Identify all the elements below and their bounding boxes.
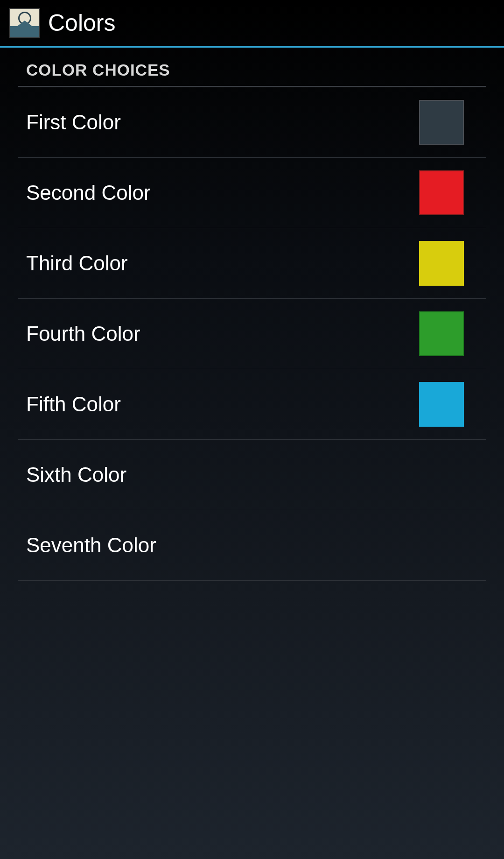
- content: COLOR CHOICES First Color Second Color T…: [0, 48, 504, 581]
- color-row-seventh[interactable]: Seventh Color: [18, 510, 486, 581]
- color-swatch-empty: [419, 452, 464, 497]
- color-row-fifth[interactable]: Fifth Color: [18, 369, 486, 440]
- color-row-first[interactable]: First Color: [18, 87, 486, 158]
- color-row-fourth[interactable]: Fourth Color: [18, 299, 486, 369]
- color-swatch: [419, 241, 464, 286]
- app-icon: [9, 8, 40, 38]
- color-label: Fourth Color: [26, 322, 140, 345]
- color-label: First Color: [26, 111, 121, 134]
- color-label: Third Color: [26, 252, 128, 275]
- color-swatch: [419, 170, 464, 215]
- color-swatch: [419, 382, 464, 427]
- page-title: Colors: [48, 9, 115, 36]
- color-row-third[interactable]: Third Color: [18, 228, 486, 299]
- section-header: COLOR CHOICES: [18, 48, 486, 87]
- color-row-second[interactable]: Second Color: [18, 158, 486, 228]
- color-row-sixth[interactable]: Sixth Color: [18, 440, 486, 510]
- section-header-text: COLOR CHOICES: [26, 61, 478, 79]
- color-label: Fifth Color: [26, 393, 121, 416]
- color-swatch: [419, 311, 464, 356]
- color-swatch-empty: [419, 523, 464, 568]
- color-label: Sixth Color: [26, 463, 126, 486]
- color-label: Seventh Color: [26, 534, 156, 557]
- color-swatch: [419, 100, 464, 145]
- action-bar: Colors: [0, 0, 504, 48]
- color-label: Second Color: [26, 181, 151, 204]
